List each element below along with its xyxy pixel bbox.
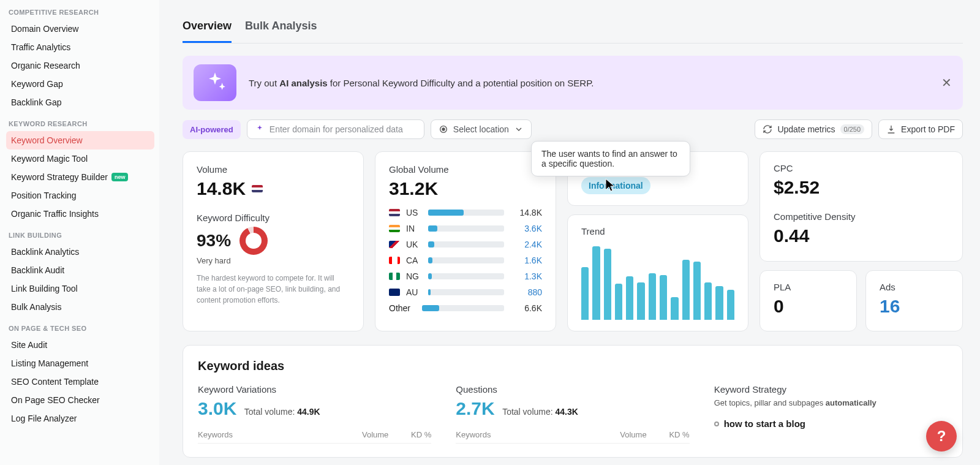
sparkle-small-icon bbox=[255, 124, 265, 134]
flag-in-icon bbox=[389, 225, 400, 232]
kd-level: Very hard bbox=[197, 256, 350, 265]
questions-count: 2.7K bbox=[456, 398, 494, 418]
sidebar-group-title: LINK BUILDING bbox=[6, 223, 154, 243]
sidebar-item-keyword-gap[interactable]: Keyword Gap bbox=[6, 75, 154, 93]
ideas-title: Keyword ideas bbox=[198, 359, 948, 373]
sidebar-item-seo-content-template[interactable]: SEO Content Template bbox=[6, 372, 154, 391]
sidebar-item-domain-overview[interactable]: Domain Overview bbox=[6, 20, 154, 38]
sidebar-item-link-building-tool[interactable]: Link Building Tool bbox=[6, 279, 154, 298]
export-icon bbox=[886, 124, 896, 134]
bullet-icon bbox=[714, 422, 719, 426]
variations-label: Keyword Variations bbox=[198, 384, 431, 395]
banner-text: Try out AI analysis for Personal Keyword… bbox=[249, 78, 594, 88]
sidebar: COMPETITIVE RESEARCHDomain OverviewTraff… bbox=[0, 0, 159, 465]
variations-count: 3.0K bbox=[198, 398, 236, 418]
gv-row-us: US14.8K bbox=[389, 208, 542, 217]
ads-value: 16 bbox=[880, 296, 949, 317]
sidebar-item-traffic-analytics[interactable]: Traffic Analytics bbox=[6, 38, 154, 56]
density-value: 0.44 bbox=[774, 225, 949, 246]
ads-card: Ads 16 bbox=[865, 270, 963, 332]
update-metrics-button[interactable]: Update metrics 0/250 bbox=[755, 119, 872, 139]
sidebar-item-keyword-overview[interactable]: Keyword Overview bbox=[6, 131, 154, 149]
pla-card: PLA 0 bbox=[760, 270, 857, 332]
close-icon[interactable]: ✕ bbox=[941, 75, 952, 90]
cpc-label: CPC bbox=[774, 163, 949, 173]
location-select[interactable]: Select location bbox=[431, 119, 532, 139]
trend-card: Trend bbox=[567, 214, 748, 331]
trend-label: Trend bbox=[581, 226, 734, 236]
sidebar-item-backlink-analytics[interactable]: Backlink Analytics bbox=[6, 243, 154, 261]
gv-row-au: AU880 bbox=[389, 287, 542, 297]
tab-bulk-analysis[interactable]: Bulk Analysis bbox=[245, 13, 317, 43]
intent-card: The user wants to find an answer to a sp… bbox=[567, 151, 748, 206]
trend-bar bbox=[615, 284, 622, 320]
trend-bar bbox=[592, 246, 600, 320]
keyword-ideas-card: Keyword ideas Keyword Variations 3.0K To… bbox=[183, 345, 963, 458]
sidebar-item-backlink-audit[interactable]: Backlink Audit bbox=[6, 261, 154, 279]
sidebar-item-backlink-gap[interactable]: Backlink Gap bbox=[6, 93, 154, 112]
gv-other-row: Other 6.6K bbox=[389, 303, 542, 313]
trend-chart bbox=[581, 246, 734, 320]
kd-donut-chart bbox=[239, 227, 268, 255]
questions-table-header: KeywordsVolumeKD % bbox=[456, 430, 689, 444]
questions-label: Questions bbox=[456, 384, 689, 395]
sidebar-item-keyword-magic-tool[interactable]: Keyword Magic Tool bbox=[6, 149, 154, 168]
domain-input[interactable]: Enter domain for personalized data bbox=[247, 119, 424, 139]
trend-bar bbox=[671, 297, 678, 320]
flag-ng-icon bbox=[389, 273, 400, 280]
gv-row-uk: UK2.4K bbox=[389, 240, 542, 249]
sidebar-group-title: ON PAGE & TECH SEO bbox=[6, 316, 154, 336]
export-pdf-button[interactable]: Export to PDF bbox=[878, 119, 963, 139]
intent-chip[interactable]: Informational bbox=[581, 177, 650, 194]
strategy-col: Keyword Strategy Get topics, pillar and … bbox=[714, 384, 948, 444]
global-volume-label: Global Volume bbox=[389, 164, 542, 175]
trend-bar bbox=[637, 282, 644, 320]
sidebar-item-position-tracking[interactable]: Position Tracking bbox=[6, 186, 154, 205]
questions-col: Questions 2.7K Total volume: 44.3K Keywo… bbox=[456, 384, 689, 444]
strategy-desc: Get topics, pillar and subpages automati… bbox=[714, 398, 948, 407]
gv-row-in: IN3.6K bbox=[389, 224, 542, 233]
volume-value: 14.8K bbox=[197, 178, 350, 199]
sidebar-item-organic-research[interactable]: Organic Research bbox=[6, 56, 154, 75]
sidebar-item-keyword-strategy-builder[interactable]: Keyword Strategy Buildernew bbox=[6, 168, 154, 186]
ai-banner: Try out AI analysis for Personal Keyword… bbox=[183, 56, 963, 110]
pla-label: PLA bbox=[774, 282, 843, 292]
tab-overview[interactable]: Overview bbox=[183, 13, 232, 43]
sidebar-item-organic-traffic-insights[interactable]: Organic Traffic Insights bbox=[6, 205, 154, 223]
volume-label: Volume bbox=[197, 164, 350, 175]
ads-label: Ads bbox=[880, 282, 949, 292]
trend-bar bbox=[704, 282, 712, 320]
svg-point-1 bbox=[442, 128, 445, 130]
sidebar-item-log-file-analyzer[interactable]: Log File Analyzer bbox=[6, 409, 154, 428]
global-volume-card: Global Volume 31.2K US14.8KIN3.6KUK2.4KC… bbox=[375, 151, 556, 331]
gv-row-ng: NG1.3K bbox=[389, 271, 542, 281]
new-badge: new bbox=[111, 173, 129, 181]
ai-powered-chip: AI-powered bbox=[183, 120, 241, 139]
kd-percent: 93% bbox=[197, 231, 231, 251]
sidebar-item-on-page-seo-checker[interactable]: On Page SEO Checker bbox=[6, 391, 154, 409]
flag-us-icon bbox=[252, 185, 263, 192]
cpc-card: CPC $2.52 Competitive Density 0.44 bbox=[760, 151, 963, 262]
update-count-pill: 0/250 bbox=[840, 124, 865, 134]
gv-row-ca: CA1.6K bbox=[389, 255, 542, 265]
pla-value: 0 bbox=[774, 296, 843, 317]
global-volume-value: 31.2K bbox=[389, 178, 542, 199]
volume-card: Volume 14.8K Keyword Difficulty 93% Very… bbox=[183, 151, 364, 331]
help-button[interactable]: ? bbox=[926, 421, 957, 452]
flag-uk-icon bbox=[389, 241, 400, 248]
strategy-label: Keyword Strategy bbox=[714, 384, 948, 395]
flag-ca-icon bbox=[389, 257, 400, 264]
sidebar-item-site-audit[interactable]: Site Audit bbox=[6, 336, 154, 354]
toolbar: AI-powered Enter domain for personalized… bbox=[183, 119, 963, 139]
kd-description: The hardest keyword to compete for. It w… bbox=[197, 273, 350, 306]
sidebar-group-title: KEYWORD RESEARCH bbox=[6, 112, 154, 131]
trend-bar bbox=[693, 262, 701, 320]
strategy-keyword[interactable]: how to start a blog bbox=[714, 418, 948, 429]
sidebar-item-listing-management[interactable]: Listing Management bbox=[6, 354, 154, 372]
flag-au-icon bbox=[389, 289, 400, 296]
sidebar-group-title: COMPETITIVE RESEARCH bbox=[6, 0, 154, 20]
trend-bar bbox=[626, 276, 633, 320]
cpc-value: $2.52 bbox=[774, 177, 949, 198]
sidebar-item-bulk-analysis[interactable]: Bulk Analysis bbox=[6, 298, 154, 316]
trend-bar bbox=[682, 260, 690, 320]
